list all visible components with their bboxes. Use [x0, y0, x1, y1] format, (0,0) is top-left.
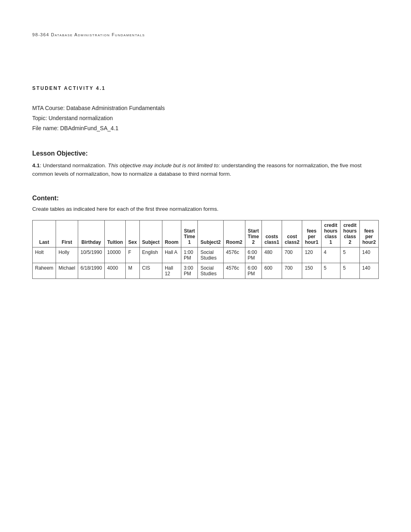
table-cell: CIS	[139, 263, 162, 278]
table-cell: 4	[321, 247, 340, 263]
col-subject2: Subject2	[198, 220, 223, 247]
course-info: MTA Course: Database Administration Fund…	[32, 103, 379, 134]
col-last: Last	[33, 220, 56, 247]
table-cell: 5	[340, 263, 360, 278]
objective-text: 4.1: Understand normalization. This obje…	[32, 161, 379, 179]
col-costs-class1: costs class1	[262, 220, 282, 247]
table-cell: 6/18/1990	[78, 263, 104, 278]
content-description: Create tables as indicated here for each…	[32, 206, 379, 212]
activity-label: Student Activity 4.1	[32, 85, 379, 91]
lesson-objective-title: Lesson Objective:	[32, 150, 379, 157]
table-cell: Hall A	[162, 247, 181, 263]
table-cell: Social Studies	[198, 247, 223, 263]
objective-number: 4.1	[32, 162, 40, 168]
table-cell: 6:00 PM	[245, 263, 262, 278]
table-cell: 120	[302, 247, 321, 263]
col-credit-hours-class2: credit hours class 2	[340, 220, 360, 247]
table-row: HoltHolly10/5/199010000FEnglishHall A1:0…	[33, 247, 379, 263]
col-credit-hours-class1: credit hours class 1	[321, 220, 340, 247]
table-cell: M	[126, 263, 139, 278]
table-cell: 480	[262, 247, 282, 263]
table-cell: Michael	[56, 263, 78, 278]
table-cell: 140	[359, 263, 378, 278]
table-row: RaheemMichael6/18/19904000MCISHall 123:0…	[33, 263, 379, 278]
table-cell: 4000	[105, 263, 126, 278]
table-cell: 5	[321, 263, 340, 278]
col-room: Room	[162, 220, 181, 247]
course-line3: File name: DBAdminFund_SA_4.1	[32, 123, 379, 133]
objective-italic: This objective may include but is not li…	[108, 162, 220, 168]
table-cell: Raheem	[33, 263, 56, 278]
col-room2: Room2	[223, 220, 245, 247]
table-cell: 4576c	[223, 263, 245, 278]
table-cell: 3:00 PM	[181, 263, 197, 278]
header-title: 98-364 Database Administration Fundament…	[32, 32, 379, 37]
col-first: First	[56, 220, 78, 247]
table-cell: Social Studies	[198, 263, 223, 278]
content-title: Content:	[32, 195, 379, 202]
table-cell: Holly	[56, 247, 78, 263]
col-tuition: Tuition	[105, 220, 126, 247]
table-cell: 4576c	[223, 247, 245, 263]
table-cell: 5	[340, 247, 360, 263]
col-fees-per-hour2: fees per hour2	[359, 220, 378, 247]
course-line1: MTA Course: Database Administration Fund…	[32, 103, 379, 113]
col-fees-per-hour1: fees per hour1	[302, 220, 321, 247]
col-sex: Sex	[126, 220, 139, 247]
table-cell: Hall 12	[162, 263, 181, 278]
table-cell: 1:00 PM	[181, 247, 197, 263]
col-cost-class2: cost class2	[282, 220, 302, 247]
table-cell: Holt	[33, 247, 56, 263]
table-cell: 700	[282, 263, 302, 278]
course-line2: Topic: Understand normalization	[32, 113, 379, 123]
table-cell: English	[139, 247, 162, 263]
table-cell: 10/5/1990	[78, 247, 104, 263]
col-start-time1: Start Time 1	[181, 220, 197, 247]
col-start-time2: Start Time 2	[245, 220, 262, 247]
table-cell: 10000	[105, 247, 126, 263]
table-cell: 600	[262, 263, 282, 278]
table-cell: F	[126, 247, 139, 263]
col-subject: Subject	[139, 220, 162, 247]
table-cell: 150	[302, 263, 321, 278]
col-birthday: Birthday	[78, 220, 104, 247]
table-cell: 700	[282, 247, 302, 263]
data-table: Last First Birthday Tuition Sex Subject …	[32, 220, 379, 279]
page: 98-364 Database Administration Fundament…	[0, 0, 411, 532]
objective-colon: : Understand normalization.	[40, 162, 106, 168]
table-cell: 6:00 PM	[245, 247, 262, 263]
table-header-row: Last First Birthday Tuition Sex Subject …	[33, 220, 379, 247]
table-cell: 140	[359, 247, 378, 263]
